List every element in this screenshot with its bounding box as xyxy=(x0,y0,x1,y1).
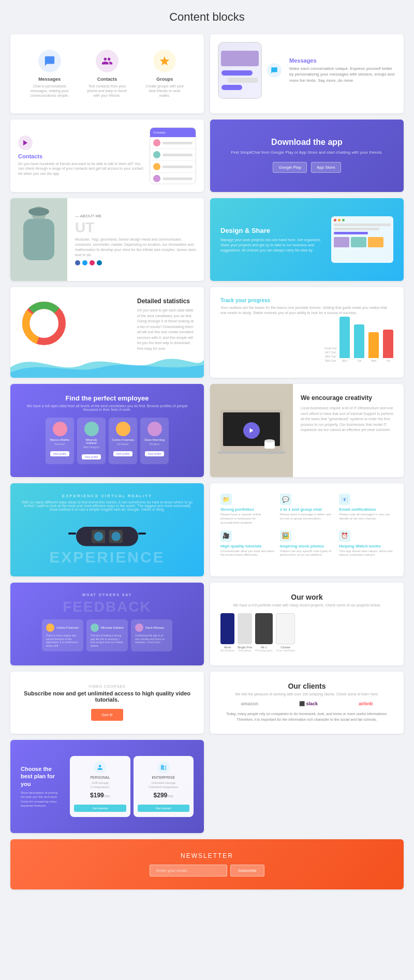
newsletter-email-input[interactable] xyxy=(150,865,227,877)
portfolio-item-2[interactable]: Bright FireBranding xyxy=(238,613,252,652)
phone-mockup xyxy=(218,42,262,99)
work-description: We have a rich portfolio made with many … xyxy=(220,603,393,607)
clients-logos-row: amazon ⬛ slack airbnb xyxy=(220,701,393,706)
plan-personal-feature2: 5 integrations xyxy=(74,785,126,789)
feature-tutorials: 🎥 High quality tutorials Communicate wha… xyxy=(220,530,275,558)
portfolio-item-1[interactable]: WorkIllustration xyxy=(220,613,234,652)
employee-btn-3[interactable]: View profile xyxy=(113,451,133,456)
instagram-icon[interactable] xyxy=(90,260,95,265)
work-title: Our work xyxy=(220,593,393,601)
client-slack: ⬛ slack xyxy=(299,701,318,706)
contacts-feature: Contacts Text contacts from your phone a… xyxy=(86,50,128,98)
feature-email-desc: Please note all messages in one can iden… xyxy=(339,513,393,521)
feature-watch: ⏰ Helping Watch works This app shows bes… xyxy=(339,530,393,558)
facebook-icon[interactable] xyxy=(75,260,80,265)
employee-btn-1[interactable]: View profile xyxy=(50,451,70,456)
portfolio-label-4: ClusterUser interface xyxy=(276,646,295,652)
portfolio-item-3[interactable]: Mi-1Photography xyxy=(255,613,273,652)
feature-portfolio-title: Strong portfolios xyxy=(220,507,275,512)
employee-card-3: Carlos Freeman Developer View profile xyxy=(109,418,137,464)
employee-role-4: Designer xyxy=(143,442,166,446)
feature-portfolio-desc: Please have a 'special' online presence … xyxy=(220,513,275,525)
plan-personal-icon xyxy=(94,761,106,774)
bar-group-3: Wed xyxy=(368,332,379,362)
employee-avatar-2 xyxy=(84,422,99,436)
feature-photos: 🖼️ Inspiring stock photos Visitors can b… xyxy=(280,530,334,558)
plan-title: Choose the best plan for you xyxy=(21,765,62,788)
feedback-avatar-3 xyxy=(135,623,143,632)
feedback-name-2: Miranda Holland xyxy=(101,626,124,629)
plan-enterprise-name: ENTERPRISE xyxy=(138,776,190,779)
employee-role-3: Developer xyxy=(112,442,134,446)
groups-feature: Groups Create groups with your best frie… xyxy=(144,50,185,98)
svg-rect-2 xyxy=(23,219,54,260)
mockup-line-1 xyxy=(334,224,391,226)
mockup-accent-line xyxy=(334,232,368,234)
plan-personal-button[interactable]: Get started xyxy=(74,805,126,812)
linkedin-icon[interactable] xyxy=(97,260,102,265)
employee-description: We have a full open data from all levels… xyxy=(21,404,194,411)
feedback-card-2: Miranda Holland The fact of finding a st… xyxy=(86,619,128,651)
newsletter-form: Subscribe xyxy=(21,865,393,877)
content-grid: Messages Chat to personalized messages, … xyxy=(10,34,404,889)
portfolio-thumb-2 xyxy=(238,613,252,644)
contacts-round-icon xyxy=(18,136,33,150)
stats-title: Detailed statistics xyxy=(137,298,194,305)
bar-4 xyxy=(383,330,393,358)
svg-marker-12 xyxy=(250,428,254,433)
vr-tag: EXPERIENCE VIRTUAL REALITY xyxy=(21,494,194,498)
newsletter-title: NEWSLETTER xyxy=(21,852,393,859)
contacts-label: Contacts xyxy=(86,77,128,82)
plan-personal-name: PERSONAL xyxy=(74,776,126,779)
plan-cards-row: PERSONAL 1GB storage 5 integrations $199… xyxy=(70,756,194,817)
employee-card-4: Dave Manning Designer View profile xyxy=(140,418,169,464)
bar-label-goal: Goal Cal xyxy=(324,347,336,350)
employee-avatar-1 xyxy=(53,422,67,436)
play-icon xyxy=(248,427,255,434)
employee-btn-2[interactable]: View profile xyxy=(82,454,101,459)
bar-group-1: Mon xyxy=(339,317,350,362)
twitter-icon[interactable] xyxy=(82,260,87,265)
about-tag: — ABOUT ME xyxy=(75,214,196,218)
bar-label-580: 580 Cal xyxy=(325,355,336,358)
bar-3 xyxy=(368,332,379,358)
yellow-dot xyxy=(338,219,341,221)
card-newsletter: NEWSLETTER Subscribe xyxy=(10,839,404,889)
employee-name-4: Dave Manning xyxy=(143,438,166,441)
bar-label-647: 647 Cal xyxy=(325,351,336,354)
newsletter-subscribe-button[interactable]: Subscribe xyxy=(230,865,264,877)
plan-description: Short description of pricing the plan yo… xyxy=(21,791,62,808)
contact-name-bar-2 xyxy=(162,154,193,156)
donut-chart-container xyxy=(21,300,67,349)
card-vr: EXPERIENCE VIRTUAL REALITY With so many … xyxy=(10,483,204,576)
google-play-button[interactable]: Google Play xyxy=(273,162,307,173)
subscribe-button[interactable]: Get it! xyxy=(91,709,123,721)
app-store-button[interactable]: App Store xyxy=(311,162,341,173)
feedback-text-2: The fact of finding a strong app like th… xyxy=(91,634,124,647)
feedback-avatar-1 xyxy=(46,623,54,632)
contact-row-4 xyxy=(150,173,196,184)
page-title: Content blocks xyxy=(10,10,404,24)
groups-label: Groups xyxy=(144,77,185,82)
plan-enterprise-button[interactable]: Get started xyxy=(138,805,190,812)
feature-photos-title: Inspiring stock photos xyxy=(280,544,334,548)
play-button-overlay[interactable] xyxy=(243,422,260,439)
feedback-header-3: Dave Massey xyxy=(135,623,168,632)
card-employee: Find the perfect employee We have a full… xyxy=(10,384,204,477)
portfolio-item-4[interactable]: ClusterUser interface xyxy=(276,613,295,652)
feature-chat-title: 1 to 1 and group chat xyxy=(280,507,334,512)
stats-text: Detailed statistics Oh you want to get e… xyxy=(137,298,194,351)
feedback-text-3: Confirming this app is so very exciting … xyxy=(135,634,168,644)
groups-desc: Create groups with your best friends or … xyxy=(144,84,185,98)
about-description: Musician, Yogi, gourmand, Senior design … xyxy=(75,237,196,257)
tutorials-icon: 🎥 xyxy=(220,530,232,542)
phone-screen xyxy=(219,43,261,98)
feedback-header-1: Carlos Freeman xyxy=(46,623,79,632)
feature-email: 📧 Email notifications Please note all me… xyxy=(339,494,393,525)
employee-btn-4[interactable]: View profile xyxy=(145,451,165,456)
plan-enterprise-price: $299/mo xyxy=(138,792,190,799)
feature-chat-desc: Please send a message in either one-on-o… xyxy=(280,513,334,521)
portfolio-thumb-4 xyxy=(276,613,295,644)
about-content-block: — ABOUT ME UT Musician, Yogi, gourmand, … xyxy=(67,206,204,273)
messages-feature: Messages Chat to personalized messages, … xyxy=(29,50,70,98)
